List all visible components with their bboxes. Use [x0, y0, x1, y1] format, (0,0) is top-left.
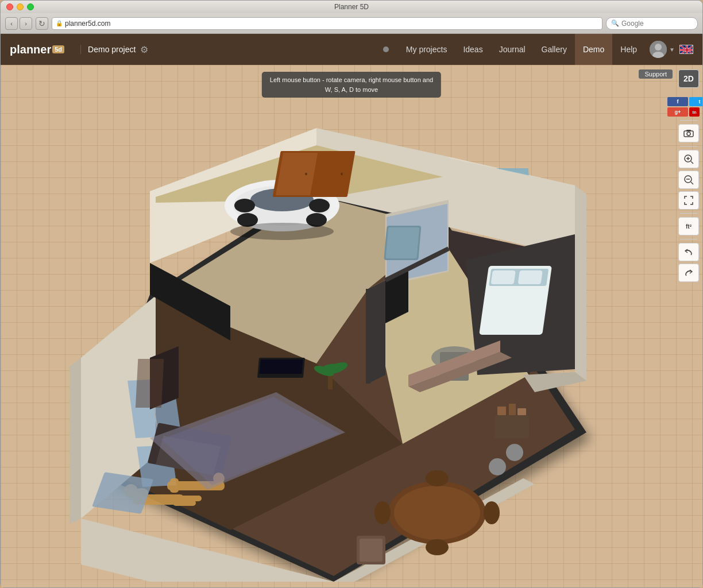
address-bar[interactable]: 🔒 planner5d.com [52, 17, 602, 30]
units-label: ft² [686, 223, 692, 230]
floorplan-3d[interactable] [35, 111, 609, 582]
fullscreen-button[interactable] [678, 191, 699, 210]
svg-rect-47 [518, 270, 543, 284]
nav-dot [383, 47, 389, 52]
minimize-button[interactable] [17, 3, 24, 10]
svg-marker-50 [368, 280, 385, 384]
units-button[interactable]: ft² [678, 217, 699, 235]
svg-rect-42 [386, 227, 420, 258]
browser-window: Planner 5D ‹ › ↻ 🔒 planner5d.com 🔍 Googl… [0, 0, 703, 588]
svg-point-93 [506, 444, 523, 461]
main-canvas[interactable]: Support Left mouse button - rotate camer… [1, 65, 702, 587]
right-sidebar: 2D f t g+ in [675, 65, 702, 587]
mode-2d-button[interactable]: 2D [678, 69, 699, 88]
svg-point-89 [426, 539, 449, 555]
svg-rect-72 [170, 478, 179, 493]
browser-title: Planner 5D [334, 3, 369, 11]
logo-text: planner [10, 43, 51, 56]
window-controls[interactable] [6, 3, 34, 10]
nav-help[interactable]: Help [612, 34, 645, 65]
svg-point-24 [234, 199, 255, 212]
svg-rect-105 [686, 130, 691, 131]
undo-button[interactable] [678, 243, 699, 261]
close-button[interactable] [6, 3, 13, 10]
browser-titlebar: Planner 5D [1, 1, 702, 13]
twitter-button[interactable]: t [689, 97, 702, 106]
svg-point-28 [230, 223, 334, 240]
svg-marker-53 [69, 358, 81, 524]
project-name: Demo project [80, 45, 136, 54]
svg-point-1 [655, 44, 662, 51]
zoom-in-button[interactable] [678, 150, 699, 168]
svg-point-104 [687, 132, 690, 136]
logo-accent: 5d [52, 45, 64, 53]
main-nav: My projects Ideas Journal Gallery Demo H… [398, 34, 645, 65]
nav-buttons[interactable]: ‹ › [5, 17, 32, 30]
forward-button[interactable]: › [20, 17, 32, 30]
social-buttons: f t g+ in [667, 97, 702, 117]
svg-point-25 [309, 199, 330, 212]
support-button[interactable]: Support [639, 69, 673, 79]
svg-rect-95 [360, 539, 383, 562]
ssl-icon: 🔒 [56, 20, 63, 26]
svg-line-109 [691, 161, 693, 164]
facebook-button[interactable]: f [667, 97, 688, 106]
svg-rect-46 [491, 270, 516, 284]
svg-rect-68 [173, 500, 196, 506]
svg-rect-97 [497, 407, 506, 415]
tooltip-line1: Left mouse button - rotate camera, right… [270, 75, 433, 85]
app-header: planner 5d Demo project ⚙ My projects Id… [1, 34, 702, 65]
user-avatar[interactable] [650, 41, 667, 58]
nav-demo[interactable]: Demo [575, 34, 612, 65]
svg-point-87 [394, 486, 480, 540]
divider-3 [680, 213, 697, 214]
nav-ideas[interactable]: Ideas [455, 34, 490, 65]
zoom-out-button[interactable] [678, 171, 699, 189]
browser-toolbar: ‹ › ↻ 🔒 planner5d.com 🔍 Google [1, 13, 702, 34]
svg-point-92 [489, 458, 506, 475]
svg-rect-81 [260, 359, 303, 374]
user-dropdown-arrow[interactable]: ▼ [669, 47, 675, 53]
divider-4 [680, 239, 697, 239]
googleplus-button[interactable]: g+ [667, 107, 688, 117]
tooltip-box: Left mouse button - rotate camera, right… [262, 72, 441, 98]
divider-1 [680, 120, 697, 121]
linkedin-button[interactable]: in [689, 107, 700, 117]
svg-rect-96 [495, 415, 529, 438]
svg-marker-48 [575, 185, 586, 381]
refresh-button[interactable]: ↻ [36, 17, 48, 30]
camera-button[interactable] [678, 124, 699, 142]
back-button[interactable]: ‹ [5, 17, 18, 30]
nav-journal[interactable]: Journal [491, 34, 534, 65]
url-text: planner5d.com [65, 20, 110, 28]
search-icon: 🔍 [611, 20, 619, 27]
svg-rect-60 [136, 359, 164, 408]
language-flag[interactable] [679, 45, 693, 54]
nav-gallery[interactable]: Gallery [534, 34, 575, 65]
nav-my-projects[interactable]: My projects [398, 34, 455, 65]
floorplan-svg [35, 111, 609, 582]
svg-point-88 [426, 470, 449, 486]
logo-area: planner 5d [10, 43, 64, 56]
svg-rect-76 [328, 375, 333, 389]
maximize-button[interactable] [27, 3, 34, 10]
svg-rect-99 [517, 408, 526, 415]
divider-2 [680, 146, 697, 146]
search-placeholder: Google [621, 20, 644, 28]
svg-line-112 [691, 182, 693, 184]
support-button-area: Support [639, 69, 673, 79]
redo-button[interactable] [678, 264, 699, 282]
settings-icon[interactable]: ⚙ [140, 44, 148, 55]
svg-rect-98 [509, 404, 516, 415]
tooltip-line2: W, S, A, D to move [270, 85, 433, 95]
svg-point-90 [374, 501, 391, 524]
svg-point-91 [484, 501, 500, 524]
search-bar[interactable]: 🔍 Google [606, 17, 698, 30]
